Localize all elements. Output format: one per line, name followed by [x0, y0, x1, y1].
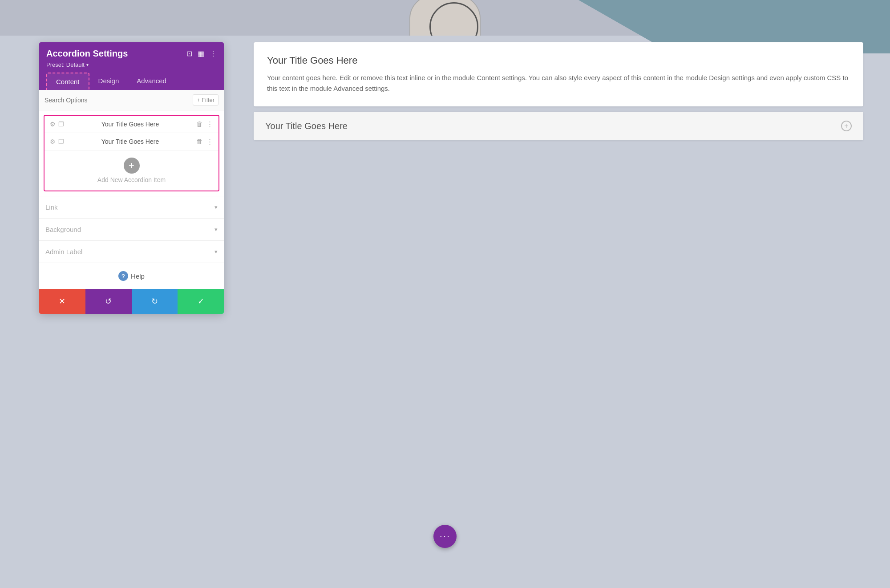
- delete-icon-2[interactable]: 🗑: [196, 138, 203, 146]
- save-button[interactable]: ✓: [178, 289, 224, 314]
- add-new-item[interactable]: + Add New Accordion Item: [44, 150, 218, 191]
- copy-icon-2[interactable]: ❐: [58, 138, 64, 145]
- preset-arrow-icon: ▾: [86, 62, 89, 67]
- accordion-items-container: ⚙ ❐ Your Title Goes Here 🗑 ⋮ ⚙ ❐ Your Ti…: [44, 115, 219, 191]
- more-icon[interactable]: ⋮: [210, 49, 217, 58]
- admin-label-text: Admin Label: [45, 248, 82, 255]
- accordion-closed-card[interactable]: Your Title Goes Here +: [254, 112, 863, 140]
- floating-btn-icon: ···: [440, 531, 450, 542]
- save-icon: ✓: [198, 296, 204, 306]
- panel-header: Accordion Settings ⊡ ▦ ⋮ Preset: Default…: [39, 42, 224, 90]
- search-bar: + Filter: [39, 90, 224, 110]
- preview-area: Your Title Goes Here Your content goes h…: [254, 42, 863, 146]
- columns-icon[interactable]: ▦: [198, 49, 204, 58]
- cancel-icon: ✕: [59, 296, 65, 306]
- link-label: Link: [45, 203, 58, 211]
- help-icon: ?: [118, 271, 128, 281]
- settings-icon[interactable]: ⚙: [50, 121, 56, 128]
- more-icon-2[interactable]: ⋮: [206, 138, 213, 146]
- open-card-title: Your Title Goes Here: [267, 55, 850, 66]
- link-chevron-icon: ▾: [214, 204, 218, 211]
- preset-label: Preset: Default: [46, 61, 85, 68]
- panel-title: Accordion Settings: [46, 49, 128, 59]
- open-card-content: Your content goes here. Edit or remove t…: [267, 73, 850, 94]
- tab-content[interactable]: Content: [46, 73, 89, 90]
- item-title-2: Your Title Goes Here: [68, 138, 193, 145]
- admin-chevron-icon: ▾: [214, 248, 218, 255]
- accordion-item-row-2: ⚙ ❐ Your Title Goes Here 🗑 ⋮: [44, 133, 218, 150]
- undo-button[interactable]: ↺: [85, 289, 132, 314]
- redo-button[interactable]: ↻: [132, 289, 178, 314]
- panel-header-top: Accordion Settings ⊡ ▦ ⋮: [46, 49, 217, 59]
- redo-icon: ↻: [151, 296, 158, 306]
- settings-icon-2[interactable]: ⚙: [50, 138, 56, 145]
- focus-icon[interactable]: ⊡: [186, 49, 192, 58]
- link-section[interactable]: Link ▾: [39, 196, 224, 218]
- accordion-item-row: ⚙ ❐ Your Title Goes Here 🗑 ⋮: [44, 116, 218, 133]
- background-chevron-icon: ▾: [214, 226, 218, 233]
- admin-label-section[interactable]: Admin Label ▾: [39, 240, 224, 263]
- search-input[interactable]: [44, 97, 193, 104]
- copy-icon[interactable]: ❐: [58, 121, 64, 128]
- panel-tabs: Content Design Advanced: [46, 73, 217, 90]
- panel-header-icons: ⊡ ▦ ⋮: [186, 49, 217, 58]
- background-section[interactable]: Background ▾: [39, 218, 224, 240]
- item-icons: ⚙ ❐: [50, 121, 64, 128]
- filter-button[interactable]: + Filter: [193, 94, 218, 105]
- item-actions-2: 🗑 ⋮: [196, 138, 213, 146]
- item-actions-1: 🗑 ⋮: [196, 120, 213, 128]
- accordion-open-card: Your Title Goes Here Your content goes h…: [254, 42, 863, 106]
- item-title-1: Your Title Goes Here: [68, 121, 193, 128]
- settings-panel: Accordion Settings ⊡ ▦ ⋮ Preset: Default…: [39, 42, 224, 314]
- accordion-expand-icon[interactable]: +: [841, 121, 852, 131]
- add-new-label: Add New Accordion Item: [97, 176, 166, 183]
- item-icons-2: ⚙ ❐: [50, 138, 64, 145]
- more-icon-1[interactable]: ⋮: [206, 120, 213, 128]
- help-section[interactable]: ? Help: [39, 263, 224, 289]
- floating-menu-button[interactable]: ···: [433, 525, 457, 548]
- delete-icon-1[interactable]: 🗑: [196, 120, 203, 128]
- undo-icon: ↺: [105, 296, 112, 306]
- background-label: Background: [45, 226, 81, 233]
- tab-advanced[interactable]: Advanced: [128, 73, 175, 90]
- add-circle-icon: +: [124, 158, 140, 174]
- filter-label: + Filter: [197, 97, 214, 103]
- help-label: Help: [131, 272, 145, 280]
- action-bar: ✕ ↺ ↻ ✓: [39, 289, 224, 314]
- tab-design[interactable]: Design: [89, 73, 128, 90]
- cancel-button[interactable]: ✕: [39, 289, 85, 314]
- closed-card-title: Your Title Goes Here: [265, 121, 348, 131]
- panel-body: + Filter ⚙ ❐ Your Title Goes Here 🗑 ⋮: [39, 90, 224, 289]
- preset-selector[interactable]: Preset: Default ▾: [46, 61, 217, 68]
